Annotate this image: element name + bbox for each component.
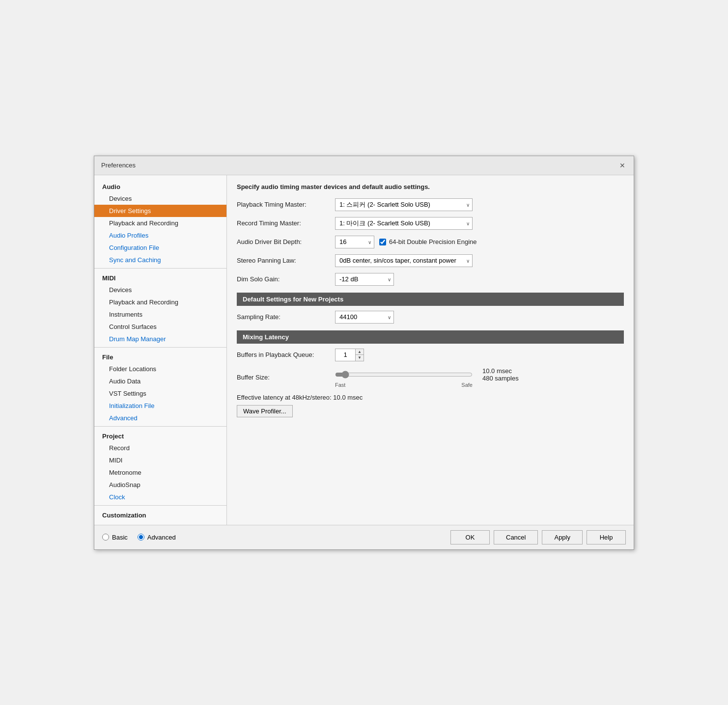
bit-depth-dropdown[interactable]: 16 24 32 [335,236,374,248]
buffers-spinbox-input[interactable] [336,349,355,361]
sidebar-section-file: File [94,350,226,363]
sampling-rate-row: Sampling Rate: 44100 48000 88200 96000 [237,311,624,324]
sampling-rate-dropdown-wrapper: 44100 48000 88200 96000 [335,311,394,324]
record-timing-master-dropdown-wrapper: 1: 마이크 (2- Scarlett Solo USB) [335,217,473,230]
sidebar-item-clock[interactable]: Clock [94,491,226,503]
sampling-rate-control: 44100 48000 88200 96000 [335,311,394,324]
basic-label: Basic [112,534,128,541]
sidebar-item-midi-devices[interactable]: Devices [94,284,226,296]
buffer-size-label: Buffer Size: [237,374,335,381]
sidebar-section-project: Project [94,429,226,442]
sidebar-item-audiosnap[interactable]: AudioSnap [94,479,226,491]
sidebar-item-driver-settings[interactable]: Driver Settings [94,205,226,217]
buffer-size-value: 10.0 msec 480 samples [482,367,519,382]
playback-timing-master-label: Playback Timing Master: [237,201,335,208]
spinbox-arrows: ▲ ▼ [355,349,364,361]
advanced-radio-label[interactable]: Advanced [138,534,176,541]
sidebar-item-audio-data[interactable]: Audio Data [94,375,226,387]
apply-button[interactable]: Apply [542,530,583,544]
dim-solo-dropdown-wrapper: -12 dB -6 dB -18 dB [335,273,394,286]
sampling-rate-label: Sampling Rate: [237,313,335,321]
buffers-queue-row: Buffers in Playback Queue: ▲ ▼ [237,349,624,361]
slider-row: 10.0 msec 480 samples [335,367,519,382]
precision-engine-checkbox-label[interactable]: 64-bit Double Precision Engine [379,238,477,245]
record-timing-master-label: Record Timing Master: [237,219,335,227]
title-bar: Preferences ✕ [94,156,634,175]
dim-solo-gain-label: Dim Solo Gain: [237,275,335,283]
buffer-size-slider[interactable] [335,370,473,379]
record-timing-master-control: 1: 마이크 (2- Scarlett Solo USB) [335,217,473,230]
sidebar-item-file-advanced[interactable]: Advanced [94,412,226,424]
sidebar-item-metronome[interactable]: Metronome [94,466,226,479]
sidebar-item-project-record[interactable]: Record [94,442,226,454]
default-settings-header: Default Settings for New Projects [237,293,624,306]
bottom-bar: Basic Advanced OK Cancel Apply Help [94,525,634,549]
effective-latency: Effective latency at 48kHz/stereo: 10.0 … [237,394,624,401]
window-title: Preferences [101,162,136,169]
sidebar-item-vst-settings[interactable]: VST Settings [94,387,226,400]
slider-labels: Fast Safe [335,382,473,388]
record-timing-master-dropdown[interactable]: 1: 마이크 (2- Scarlett Solo USB) [335,217,473,230]
buffer-size-control: 10.0 msec 480 samples Fast Safe [335,367,519,388]
sidebar: Audio Devices Driver Settings Playback a… [94,175,227,525]
basic-radio-label[interactable]: Basic [102,534,128,541]
audio-driver-bit-depth-row: Audio Driver Bit Depth: 16 24 32 64-bit … [237,236,624,248]
sidebar-item-audio-devices[interactable]: Devices [94,192,226,205]
main-content: Audio Devices Driver Settings Playback a… [94,175,634,525]
sidebar-item-project-midi[interactable]: MIDI [94,454,226,466]
slider-fast-label: Fast [335,382,345,388]
buffer-size-slider-container: 10.0 msec 480 samples Fast Safe [335,367,519,388]
stereo-panning-law-control: 0dB center, sin/cos taper, constant powe… [335,254,473,267]
basic-radio[interactable] [102,534,109,541]
playback-timing-master-dropdown[interactable]: 1: 스피커 (2- Scarlett Solo USB) [335,198,473,211]
audio-driver-bit-depth-label: Audio Driver Bit Depth: [237,238,335,245]
buffers-queue-control: ▲ ▼ [335,349,364,361]
preferences-window: Preferences ✕ Audio Devices Driver Setti… [94,156,634,550]
stereo-panning-law-row: Stereo Panning Law: 0dB center, sin/cos … [237,254,624,267]
cancel-button[interactable]: Cancel [494,530,538,544]
stereo-panning-law-label: Stereo Panning Law: [237,257,335,264]
help-button[interactable]: Help [587,530,626,544]
buffer-size-row: Buffer Size: 10.0 msec 480 samples Fast [237,367,624,388]
sidebar-item-folder-locations[interactable]: Folder Locations [94,363,226,375]
stereo-panning-dropdown[interactable]: 0dB center, sin/cos taper, constant powe… [335,254,473,267]
dim-solo-dropdown[interactable]: -12 dB -6 dB -18 dB [335,273,394,286]
buffers-queue-label: Buffers in Playback Queue: [237,351,335,358]
spinbox-down-arrow[interactable]: ▼ [356,355,364,361]
content-area: Specify audio timing master devices and … [227,175,634,525]
sidebar-section-audio: Audio [94,179,226,192]
sidebar-item-audio-playback[interactable]: Playback and Recording [94,217,226,229]
sidebar-item-sync-caching[interactable]: Sync and Caching [94,254,226,266]
stereo-panning-dropdown-wrapper: 0dB center, sin/cos taper, constant powe… [335,254,473,267]
sidebar-item-instruments[interactable]: Instruments [94,308,226,321]
spinbox-up-arrow[interactable]: ▲ [356,349,364,355]
sampling-rate-dropdown[interactable]: 44100 48000 88200 96000 [335,311,394,324]
wave-profiler-button[interactable]: Wave Profiler... [237,405,293,417]
playback-timing-master-control: 1: 스피커 (2- Scarlett Solo USB) [335,198,473,211]
slider-safe-label: Safe [461,382,473,388]
ok-button[interactable]: OK [450,530,490,544]
radio-group: Basic Advanced [102,534,450,541]
audio-driver-bit-depth-control: 16 24 32 64-bit Double Precision Engine [335,236,477,248]
precision-engine-checkbox[interactable] [379,239,386,245]
sidebar-section-customization: Customization [94,508,226,521]
bit-depth-dropdown-wrapper: 16 24 32 [335,236,374,248]
sidebar-item-midi-playback[interactable]: Playback and Recording [94,296,226,308]
sidebar-item-init-file[interactable]: Initialization File [94,400,226,412]
sidebar-item-drum-map[interactable]: Drum Map Manager [94,333,226,345]
playback-timing-master-row: Playback Timing Master: 1: 스피커 (2- Scarl… [237,198,624,211]
sidebar-item-audio-profiles[interactable]: Audio Profiles [94,229,226,242]
dim-solo-gain-row: Dim Solo Gain: -12 dB -6 dB -18 dB [237,273,624,286]
playback-timing-master-dropdown-wrapper: 1: 스피커 (2- Scarlett Solo USB) [335,198,473,211]
record-timing-master-row: Record Timing Master: 1: 마이크 (2- Scarlet… [237,217,624,230]
sidebar-item-control-surfaces[interactable]: Control Surfaces [94,321,226,333]
effective-latency-label: Effective latency at 48kHz/stereo: [237,394,332,401]
mixing-latency-header: Mixing Latency [237,330,624,344]
sidebar-section-midi: MIDI [94,271,226,284]
close-button[interactable]: ✕ [618,161,627,170]
advanced-label: Advanced [147,534,176,541]
sidebar-item-config-file[interactable]: Configuration File [94,242,226,254]
dim-solo-gain-control: -12 dB -6 dB -18 dB [335,273,394,286]
buffer-size-ms: 10.0 msec [482,367,519,375]
advanced-radio[interactable] [138,534,144,541]
